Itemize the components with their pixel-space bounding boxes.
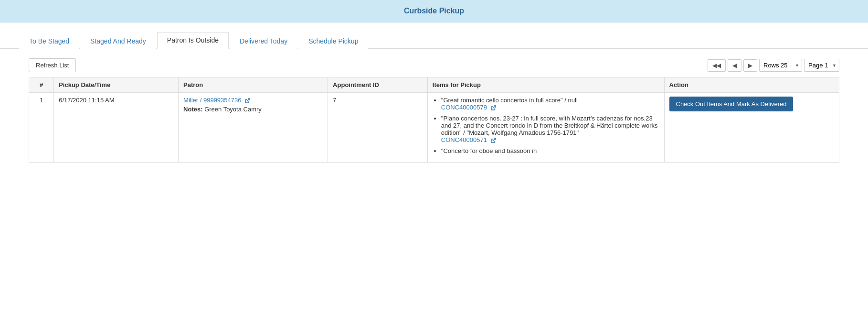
first-page-button[interactable]: ◀◀: [708, 59, 726, 72]
next-page-button[interactable]: ▶: [743, 59, 757, 72]
pickup-datetime: 6/17/2020 11:15 AM: [54, 93, 179, 163]
page-title: Curbside Pickup: [404, 7, 464, 15]
tab-patron-is-outside[interactable]: Patron Is Outside: [157, 32, 229, 49]
table-row: 1 6/17/2020 11:15 AM Miller / 9999935473…: [29, 93, 839, 163]
items-list: "Great romantic cello concertos in full …: [433, 97, 659, 154]
table-container: # Pickup Date/Time Patron Appointment ID…: [0, 77, 868, 172]
notes-line: Notes: Green Toyota Camry: [183, 106, 323, 113]
external-link-icon: [490, 138, 496, 143]
toolbar: Refresh List ◀◀ ◀ ▶ Rows 25 Rows 50 Rows…: [0, 49, 868, 77]
external-link-icon: [244, 98, 250, 104]
refresh-button[interactable]: Refresh List: [29, 58, 76, 72]
patron-link-wrapper: Miller / 99999354736: [183, 97, 323, 104]
checkout-button[interactable]: Check Out Items And Mark As Delivered: [669, 97, 794, 111]
tab-staged-and-ready[interactable]: Staged And Ready: [80, 33, 156, 49]
rows-select-wrapper: Rows 25 Rows 50 Rows 100: [759, 59, 802, 72]
col-header-patron: Patron: [179, 77, 328, 93]
list-item: "Piano concertos nos. 23-27 : in full sc…: [441, 115, 659, 143]
col-header-number: #: [29, 77, 54, 93]
item-barcode-link-1[interactable]: CONC40000571: [441, 136, 496, 143]
list-item: "Concerto for oboe and bassoon in: [441, 147, 659, 154]
appointment-id: 7: [328, 93, 428, 163]
pagination: ◀◀ ◀ ▶ Rows 25 Rows 50 Rows 100 Page 1 P…: [708, 59, 839, 72]
pickup-table: # Pickup Date/Time Patron Appointment ID…: [29, 77, 839, 163]
col-header-date: Pickup Date/Time: [54, 77, 179, 93]
list-item: "Great romantic cello concertos in full …: [441, 97, 659, 111]
tab-to-be-staged[interactable]: To Be Staged: [19, 33, 79, 49]
rows-per-page-select[interactable]: Rows 25 Rows 50 Rows 100: [759, 59, 802, 72]
col-header-appointment: Appointment ID: [328, 77, 428, 93]
tabs-container: To Be Staged Staged And Ready Patron Is …: [0, 22, 868, 49]
external-link-icon: [490, 105, 496, 111]
page-header: Curbside Pickup: [0, 0, 868, 22]
col-header-items: Items for Pickup: [427, 77, 664, 93]
action-cell: Check Out Items And Mark As Delivered: [664, 93, 839, 163]
item-barcode-link-0[interactable]: CONC40000579: [441, 104, 496, 111]
patron-link[interactable]: Miller / 99999354736: [183, 97, 250, 104]
page-select[interactable]: Page 1 Page 2: [804, 59, 839, 72]
tab-delivered-today[interactable]: Delivered Today: [230, 33, 297, 49]
patron-cell: Miller / 99999354736 Notes: Green Toyota…: [179, 93, 328, 163]
tab-schedule-pickup[interactable]: Schedule Pickup: [298, 33, 368, 49]
prev-page-button[interactable]: ◀: [728, 59, 741, 72]
table-header-row: # Pickup Date/Time Patron Appointment ID…: [29, 77, 839, 93]
page-select-wrapper: Page 1 Page 2: [804, 59, 839, 72]
col-header-action: Action: [664, 77, 839, 93]
row-number: 1: [29, 93, 54, 163]
items-cell: "Great romantic cello concertos in full …: [427, 93, 664, 163]
